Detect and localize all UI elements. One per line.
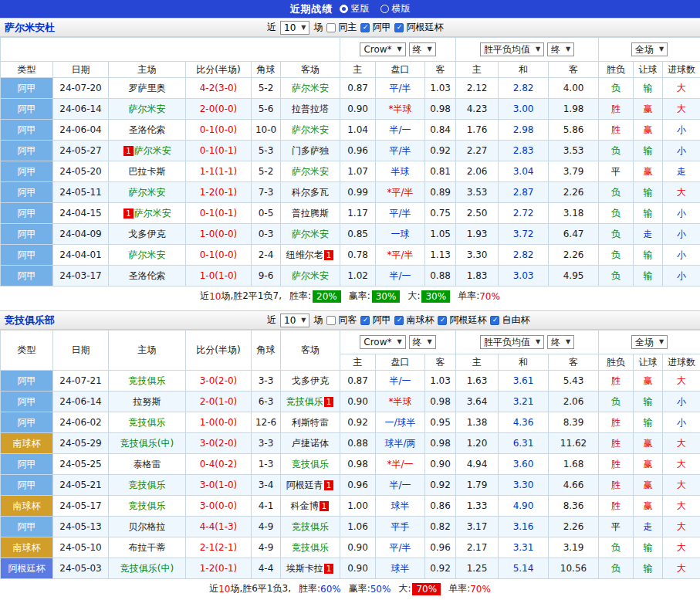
red-card-badge: 1 [324,564,333,574]
date-cell: 24-04-01 [53,245,109,266]
scope-select[interactable]: 全场▼ [631,42,668,56]
team-name[interactable]: 卢捷诺体 [292,438,329,449]
summary-text: 场,胜2平1负7, [221,290,282,303]
team-name[interactable]: 萨尔米安 [129,187,166,198]
team-name[interactable]: 戈多伊克 [129,229,166,239]
eu-away-odds-cell: 2.26 [549,182,599,203]
chevron-down-icon: ▼ [301,25,306,31]
team-name[interactable]: 纽维尔老 [286,249,323,260]
team-name[interactable]: 萨尔米安 [134,145,171,156]
games-suffix-label: 场 [313,314,323,327]
team-name[interactable]: 普拉腾斯 [292,208,329,219]
team-name[interactable]: 圣洛伦索 [129,270,166,281]
team-name[interactable]: 拉普拉塔 [292,103,329,114]
layout-radio-1[interactable]: 横版 [380,2,411,15]
column-header: 客 [425,354,456,371]
chevron-down-icon: ▼ [536,46,540,53]
team-name[interactable]: 巴拉卡斯 [129,166,166,177]
team-name[interactable]: 科尔多瓦 [292,187,329,198]
league-type-cell: 南球杯 [1,433,53,454]
filter-checkbox-3[interactable]: ✓阿根廷杯 [438,314,486,327]
team-name[interactable]: 竞技俱乐 [129,480,166,490]
filter-checkbox-0[interactable]: 同主 [326,21,357,34]
filter-checkbox-1[interactable]: ✓阿甲 [360,21,391,34]
team-name[interactable]: 圣洛伦索 [129,124,166,135]
eu-draw-odds-cell: 4.90 [499,496,549,517]
team-name[interactable]: 埃斯卡拉 [286,563,323,574]
europe-odds-select[interactable]: 胜平负均值▼ [480,42,544,56]
team-name[interactable]: 竞技俱乐 [129,417,166,428]
league-type-cell: 阿甲 [1,224,53,245]
europe-time-select[interactable]: 终▼ [547,42,574,56]
result-cell: 平 [599,517,634,537]
match-row: 阿甲24-05-271萨尔米安0-1(0-1)5-3门多萨独0.96平/半0.9… [1,141,700,161]
corners-cell: 2-4 [252,245,281,266]
goals-result-cell: 大 [663,371,700,392]
team-name[interactable]: 萨尔米安 [292,166,329,177]
layout-radio-0[interactable]: 竖版 [340,2,370,15]
handicap-time-select[interactable]: 终▼ [409,42,436,56]
team-name[interactable]: 门多萨独 [292,145,329,156]
team-name[interactable]: 萨尔米安 [292,229,329,239]
team-name[interactable]: 竞技俱乐(中) [120,563,174,574]
team-name[interactable]: 萨尔米安 [129,249,166,260]
team-name[interactable]: 科金博 [291,500,319,511]
filter-checkbox-1[interactable]: ✓阿甲 [360,314,391,327]
column-header: 盘口 [376,354,425,371]
team-name[interactable]: 竞技俱乐 [292,542,329,553]
team-name[interactable]: 泰格雷 [134,459,161,469]
team-name[interactable]: 布拉干蒂 [129,542,166,553]
chevron-down-icon: ▼ [428,339,432,345]
goals-result-cell: 小 [663,266,700,286]
summary-text: 近 [200,290,209,303]
team-name[interactable]: 竞技俱乐 [292,521,329,532]
scope-select[interactable]: 全场▼ [631,335,668,349]
corners-cell: 9-6 [252,266,281,286]
games-count-select[interactable]: 10▼ [280,21,309,35]
team-header-bar: 竞技俱乐部 近10▼场同客✓阿甲✓南球杯✓阿根廷杯✓自由杯 [0,310,700,330]
filter-checkbox-0[interactable]: 同客 [326,314,357,327]
table-header-row: 类型日期主场比分(半场)角球客场主盘口客主和客胜负让球进球数 [1,62,700,78]
away-team-cell: 门多萨独 [281,141,340,161]
team-name[interactable]: 萨尔米安 [292,270,329,281]
handicap-time-select[interactable]: 终▼ [409,335,436,349]
team-name[interactable]: 竞技俱乐 [129,375,166,386]
ah-home-odds-cell: 1.00 [340,496,376,517]
match-row: 阿甲24-04-151萨尔米安0-1(0-1)0-5普拉腾斯1.17平/半0.7… [1,203,700,224]
team-name[interactable]: 竞技俱乐 [286,396,323,407]
europe-time-select[interactable]: 终▼ [547,335,574,349]
filter-checkbox-1-label: 阿甲 [372,314,391,327]
score-cell: 3-0(2-0) [186,433,252,454]
odds-company-select[interactable]: Crow*▼ [360,42,405,56]
games-count-select[interactable]: 10▼ [280,314,309,327]
corners-cell: 5-3 [252,141,281,161]
filter-checkbox-0-label: 同主 [338,21,357,34]
team-name[interactable]: 阿根廷青 [286,480,323,490]
team-name[interactable]: 竞技俱乐 [129,500,166,511]
score-cell: 0-1(0-0) [186,120,252,141]
team-name[interactable]: 竞技俱乐(中) [120,438,174,449]
team-name[interactable]: 竞技俱乐 [292,459,329,469]
team-name[interactable]: 萨尔米安 [292,124,329,135]
team-name[interactable]: 罗萨里奥 [129,83,166,93]
filter-checkbox-2[interactable]: ✓南球杯 [394,314,434,327]
filter-checkbox-2[interactable]: ✓阿根廷杯 [394,21,443,34]
europe-time-select-value: 终 [551,336,560,349]
eu-draw-odds-cell: 3.30 [499,475,549,496]
column-header: 比分(半场) [186,62,252,78]
date-cell: 24-05-13 [53,517,109,537]
handicap-result-cell: 走 [634,517,663,537]
ah-home-odds-cell: 1.06 [340,517,376,537]
europe-odds-select[interactable]: 胜平负均值▼ [480,335,544,349]
team-name[interactable]: 戈多伊克 [292,375,329,386]
filter-checkbox-4[interactable]: ✓自由杯 [490,314,529,327]
team-name[interactable]: 贝尔格拉 [129,521,166,532]
team-name[interactable]: 萨尔米安 [129,103,166,114]
team-name[interactable]: 拉努斯 [134,396,161,407]
team-name[interactable]: 萨尔米安 [292,83,329,93]
goals-result-cell: 小 [663,203,700,224]
score-cell: 0-1(0-1) [186,203,252,224]
team-name[interactable]: 萨尔米安 [134,208,171,219]
team-name[interactable]: 利斯特雷 [292,417,329,428]
odds-company-select[interactable]: Crow*▼ [360,335,405,349]
